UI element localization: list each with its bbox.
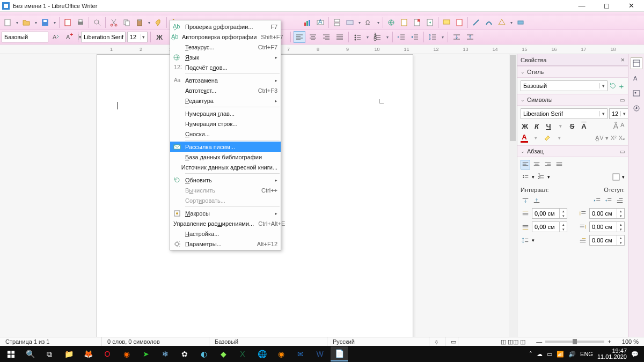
minimize-button[interactable]: — — [571, 1, 592, 11]
tray-expand-icon[interactable]: ˄ — [529, 351, 532, 358]
increase-para-space-button[interactable] — [451, 31, 463, 43]
number-list-button[interactable]: 123 — [371, 31, 383, 43]
app-task-4[interactable]: ✿ — [176, 346, 193, 361]
view-layout-status[interactable]: ◫ ◫◫ ◫ — [495, 337, 531, 346]
menu-item[interactable]: Рассылка писем... — [170, 142, 281, 152]
menu-item[interactable]: Редактура▸ — [170, 95, 281, 106]
space-below-spin[interactable]: ▴▾ — [532, 221, 567, 232]
open-dropdown[interactable]: ▾ — [33, 20, 38, 25]
clock[interactable]: 19:47 11.01.2020 — [597, 348, 627, 360]
menu-item[interactable]: Настройка... — [170, 228, 281, 239]
word-count-status[interactable]: 0 слов, 0 символов — [102, 337, 209, 346]
menu-item[interactable]: AaАвтозамена▸ — [170, 75, 281, 85]
menu-item[interactable]: Тезаурус...Ctrl+F7 — [170, 42, 281, 52]
indent-right-spin[interactable]: ▴▾ — [589, 221, 625, 232]
update-style-icon[interactable] — [609, 81, 617, 91]
selection-mode-status[interactable]: ▭ — [445, 337, 458, 346]
spacing-sb-dropdown[interactable]: ▾ — [532, 238, 535, 243]
fontcolor-dropdown[interactable]: ▾ — [531, 135, 540, 141]
textbox-button[interactable]: A — [314, 17, 326, 28]
style-section-head[interactable]: ⌄ Стиль — [517, 66, 628, 78]
line-spacing-button[interactable] — [427, 31, 438, 43]
line-button[interactable] — [470, 17, 482, 28]
indent-right-value[interactable] — [590, 224, 617, 230]
para-align-left[interactable] — [521, 160, 530, 169]
menu-item[interactable]: Сноски... — [170, 129, 281, 139]
bullet-sb-dropdown[interactable]: ▾ — [532, 174, 535, 180]
para-align-center[interactable] — [532, 160, 541, 169]
field-dropdown[interactable]: ▾ — [357, 20, 362, 25]
font-name-combo[interactable]: ▾ — [81, 32, 126, 42]
strike-toggle[interactable]: S — [568, 122, 576, 130]
new-doc-button[interactable] — [2, 17, 13, 28]
maximize-button[interactable]: ◻ — [596, 1, 617, 11]
insert-mode-status[interactable]: ⎀ — [429, 337, 445, 346]
hyperlink-button[interactable] — [385, 17, 397, 28]
writer-task[interactable]: 📄 — [331, 346, 348, 361]
update-style-button[interactable]: A — [50, 31, 62, 43]
menu-bar[interactable] — [0, 12, 644, 16]
language-status[interactable]: Русский — [327, 337, 429, 346]
word-task[interactable]: W — [311, 346, 328, 361]
special-char-button[interactable]: Ω — [363, 17, 375, 28]
menu-item[interactable]: Нумерация строк... — [170, 119, 281, 129]
save-button[interactable] — [39, 17, 51, 28]
vertical-scrollbar[interactable] — [509, 54, 517, 342]
highlight-dropdown[interactable]: ▾ — [555, 135, 564, 141]
char-size-input[interactable] — [610, 110, 620, 117]
properties-tab[interactable] — [631, 57, 642, 69]
bullet-dropdown[interactable]: ▾ — [365, 35, 370, 40]
decrease-indent-button[interactable] — [409, 31, 421, 43]
line-spacing-sb[interactable] — [521, 235, 530, 245]
style-combo[interactable]: ▾ — [521, 80, 608, 91]
style-combo-input[interactable] — [521, 83, 599, 89]
underline-dropdown[interactable]: ▾ — [556, 123, 565, 129]
menu-item[interactable]: Источник данных адресной книги... — [170, 162, 281, 172]
print-button[interactable] — [75, 17, 86, 28]
para-align-right[interactable] — [543, 160, 553, 169]
menu-item[interactable]: Управление расширениями...Ctrl+Alt+E — [170, 218, 281, 228]
opera-task[interactable]: O — [99, 346, 116, 361]
spacing-dropdown[interactable]: ▾ — [440, 35, 445, 40]
navigator-tab[interactable] — [631, 102, 642, 114]
number-dropdown[interactable]: ▾ — [385, 35, 390, 40]
paragraph-section-head[interactable]: ⌄ Абзац ▭ — [517, 145, 628, 157]
volume-tray-icon[interactable]: 🔊 — [568, 351, 576, 358]
cut-button[interactable] — [108, 17, 120, 28]
align-left-button[interactable] — [294, 31, 305, 43]
space-above-inc[interactable] — [521, 196, 530, 205]
number-list-sb[interactable]: 12 — [536, 172, 546, 182]
app-task-3[interactable]: ❄ — [157, 346, 174, 361]
onedrive-tray-icon[interactable]: ☁ — [537, 351, 543, 358]
align-right-button[interactable] — [320, 31, 332, 43]
close-button[interactable]: ✕ — [620, 1, 642, 11]
paste-dropdown[interactable]: ▾ — [147, 20, 151, 25]
bold-button[interactable]: Ж — [153, 31, 165, 43]
font-size-input[interactable] — [130, 33, 141, 42]
menu-item[interactable]: Автотекст...Ctrl+F3 — [170, 85, 281, 95]
char-size-combo[interactable]: ▾ — [609, 108, 628, 119]
para-align-justify[interactable] — [554, 160, 564, 169]
excel-task[interactable]: X — [234, 346, 251, 361]
number-sb-dropdown[interactable]: ▾ — [547, 174, 550, 180]
footnote-button[interactable] — [398, 17, 410, 28]
symbols-section-head[interactable]: ⌄ Символы ▭ — [517, 94, 628, 106]
chrome-task[interactable]: 🌐 — [253, 346, 270, 361]
menu-item[interactable]: Язык▸ — [170, 52, 281, 62]
battery-tray-icon[interactable]: ▭ — [547, 351, 552, 358]
start-button[interactable] — [2, 346, 19, 361]
italic-toggle[interactable]: К — [532, 122, 541, 130]
wifi-tray-icon[interactable]: 📶 — [557, 351, 564, 358]
copy-button[interactable] — [121, 17, 133, 28]
new-style-icon[interactable]: + — [618, 81, 625, 91]
search-button[interactable]: 🔍 — [21, 346, 39, 361]
overline-toggle[interactable]: A — [580, 122, 588, 130]
firefox-task[interactable]: 🦊 — [79, 346, 97, 361]
special-char-dropdown[interactable]: ▾ — [376, 20, 380, 25]
save-dropdown[interactable]: ▾ — [52, 20, 57, 25]
indent-left-value[interactable] — [590, 210, 617, 217]
comment-button[interactable] — [441, 17, 452, 28]
more-options-icon[interactable]: ▭ — [620, 149, 625, 154]
paragraph-style-combo[interactable]: ▾ — [2, 32, 48, 42]
bgcolor-dropdown[interactable]: ▾ — [622, 174, 625, 180]
